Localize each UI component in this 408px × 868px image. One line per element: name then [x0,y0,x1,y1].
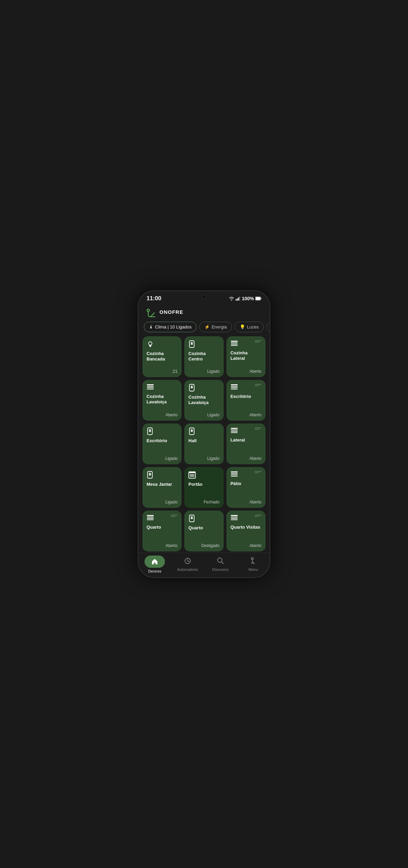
nav-devices[interactable]: Devices [138,556,171,573]
svg-rect-0 [236,299,237,301]
nav-menu-label: Menu [249,567,258,572]
card-name-quarto-visitas: Quarto Visitas [231,525,261,543]
mini-line [255,428,261,428]
device-card-mesa-jantar[interactable]: Mesa Jantar Ligado [142,467,182,508]
device-card-escritorio-2[interactable]: Escritório Ligado [142,423,182,464]
mini-lines-3 [255,340,261,342]
mini-line [255,340,261,341]
svg-rect-16 [147,384,154,385]
filter-chip-luzes[interactable]: 💡 Luzes [235,322,264,332]
svg-point-61 [251,558,253,560]
card-name-quarto-1: Quarto [147,525,177,543]
svg-rect-53 [231,518,238,519]
card-status-portao: Fechado [188,500,219,504]
nav-automations-label: Automations [177,567,198,572]
status-icons: 100% [229,296,261,301]
svg-rect-44 [231,476,238,477]
card-name-escritorio-2: Escritório [147,438,177,456]
mini-lines-6 [255,384,261,386]
svg-rect-30 [231,428,238,429]
signal-icon [236,296,240,301]
nav-automations[interactable]: Automations [171,557,204,572]
camera-notch [202,294,206,299]
mini-line [255,471,261,472]
switch-icon-5 [147,471,177,480]
card-status-quarto-visitas: Aberto [231,543,261,548]
svg-rect-23 [231,386,238,387]
device-card-quarto-1[interactable]: Quarto Aberto [142,511,182,551]
svg-rect-37 [189,471,196,473]
search-icon [217,557,224,566]
card-name-cozinha-bancada: Cozinha Bancada [147,351,177,369]
device-card-hall[interactable]: Hall Ligado [184,423,223,464]
svg-line-58 [188,561,189,562]
card-status-cozinha-lateral: Aberto [231,369,261,374]
nav-menu[interactable]: Menu [237,557,270,572]
nav-devices-pill [144,556,165,568]
battery-percentage: 100% [242,296,254,301]
app-header: ONOFRE [138,303,270,322]
svg-rect-46 [147,517,154,517]
filter-chip-luzes-label: Luzes [247,324,259,329]
bottom-nav: Devices Automations [138,552,270,577]
switch-icon-1 [188,340,219,349]
svg-rect-33 [231,432,238,433]
device-card-cozinha-bancada[interactable]: Cozinha Bancada 21 [142,336,182,377]
mini-lines-15 [255,515,261,517]
card-status-patio: Aberto [231,500,261,504]
device-card-cozinha-lavaloica-2[interactable]: Cozinha Lavaloiça Ligado [184,380,223,421]
filter-chip-seguranca[interactable]: 🔒 Segu [267,322,270,332]
svg-rect-18 [147,387,154,388]
card-status-cozinha-lavaloica-1: Aberto [147,413,177,417]
svg-rect-24 [231,387,238,388]
svg-rect-27 [149,429,151,432]
svg-rect-48 [147,519,154,520]
svg-rect-11 [191,342,193,345]
svg-point-8 [149,342,152,345]
nav-discovery[interactable]: Discovery [204,557,237,572]
device-card-patio[interactable]: Pátio Aberto [226,467,266,508]
filter-chip-energia[interactable]: ⚡ Energia [199,322,232,332]
card-name-cozinha-centro: Cozinha Centro [188,351,219,369]
wifi-icon [229,296,234,301]
svg-rect-42 [231,473,238,474]
energia-icon: ⚡ [204,324,210,329]
svg-rect-14 [231,344,238,344]
svg-rect-32 [231,431,238,432]
mini-line [171,516,175,517]
switch-icon-4 [188,428,219,436]
device-card-quarto-2[interactable]: Quarto Desligado [184,511,223,551]
light-icon [147,340,177,349]
mini-line [171,515,177,515]
mini-line [255,515,261,515]
svg-rect-45 [147,515,154,516]
switch-icon-2 [188,384,219,392]
switch-icon-6 [188,515,219,523]
card-name-cozinha-lateral: Cozinha Lateral [231,350,261,369]
mini-line [255,342,259,342]
card-status-escritorio-1: Aberto [231,413,261,417]
device-card-cozinha-lateral[interactable]: Cozinha Lateral Aberto [226,336,266,377]
device-card-escritorio-1[interactable]: Escritório Aberto [226,380,266,421]
svg-rect-51 [231,515,238,516]
svg-rect-9 [150,347,151,347]
svg-rect-41 [231,471,238,472]
nav-devices-label: Devices [148,569,162,573]
logo-icon [145,306,157,318]
svg-rect-43 [231,475,238,475]
mini-line [255,429,259,430]
switch-icon-3 [147,428,177,436]
device-card-lateral[interactable]: Lateral Aberto [226,423,266,464]
svg-rect-19 [147,389,154,389]
card-status-cozinha-lavaloica-2: Ligado [188,413,219,417]
device-card-quarto-visitas[interactable]: Quarto Visitas Aberto [226,511,266,551]
device-card-cozinha-lavaloica-1[interactable]: Cozinha Lavaloiça Aberto [142,380,182,421]
card-name-mesa-jantar: Mesa Jantar [147,482,177,500]
device-card-cozinha-centro[interactable]: Cozinha Centro Ligado [184,336,223,377]
mini-lines-12 [255,471,261,473]
filter-chip-clima[interactable]: 🌡 Clima | 10 Ligados [144,322,197,332]
device-card-portao[interactable]: Portão Fechado [184,467,223,508]
nav-discovery-label: Discovery [212,567,228,572]
device-grid: Cozinha Bancada 21 Cozinha Centro Ligado [138,336,270,556]
phone-frame: 11:00 100% [138,290,270,578]
